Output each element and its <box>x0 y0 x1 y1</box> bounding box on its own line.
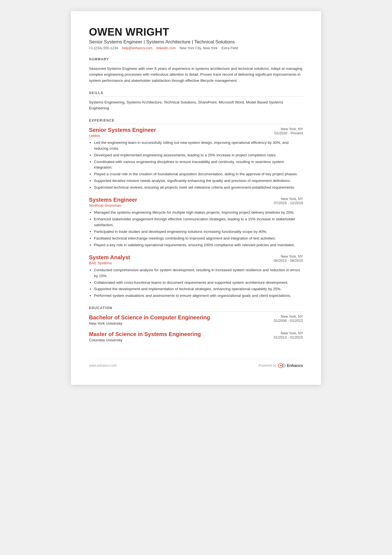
jobs-container: Senior Systems Engineer Leidos New York,… <box>89 127 303 299</box>
footer: www.enhancv.com Powered by Enhancv <box>89 359 303 368</box>
job-bullet: Supervised technical reviews, ensuring a… <box>94 185 303 191</box>
job-title: Senior Systems Engineer <box>89 127 156 133</box>
job-bullet: Participated in trade studies and develo… <box>94 229 303 235</box>
job-bullet: Supported iterative mission needs analys… <box>94 178 303 184</box>
job-bullet: Enhanced stakeholder engagement through … <box>94 216 303 228</box>
contact-email[interactable]: help@enhancv.com <box>122 46 153 50</box>
job-bullet: Conducted comprehensive analysis for sys… <box>94 267 303 279</box>
job-dates: 07/2015 - 12/2019 <box>259 201 303 205</box>
enhancv-brand: Enhancv <box>287 363 303 368</box>
edu-location: New York, NY <box>259 331 303 335</box>
candidate-title: Senior Systems Engineer | Systems Archit… <box>89 39 303 45</box>
candidate-name: OWEN WRIGHT <box>89 26 303 38</box>
job-location-date: New York, NY 01/2020 - Present <box>259 127 303 135</box>
job-location-date: New York, NY 06/2012 - 06/2015 <box>259 254 303 263</box>
edu-location-date: New York, NY 01/2008 - 01/2012 <box>259 314 303 323</box>
job-bullet: Collaborated with cross-functional teams… <box>94 280 303 286</box>
job-bullet: Facilitated technical interchange meetin… <box>94 236 303 241</box>
job-dates: 06/2012 - 06/2015 <box>259 258 303 263</box>
job-company: Northrop Grumman <box>89 203 137 208</box>
edu-school: Columbia University <box>89 338 201 342</box>
job-dates: 01/2020 - Present <box>259 131 303 135</box>
job-bullet: Led the engineering team in successfully… <box>94 140 303 152</box>
contact-info: +1-(234)-555-1234 help@enhancv.com linke… <box>89 46 303 50</box>
edu-title-group: Bachelor of Science in Computer Engineer… <box>89 314 210 325</box>
edu-block: Bachelor of Science in Computer Engineer… <box>89 314 303 325</box>
job-block: System Analyst BAE Systems New York, NY … <box>89 254 303 299</box>
edu-location-date: New York, NY 01/2013 - 01/2015 <box>259 331 303 339</box>
edu-school: New York University <box>89 321 210 325</box>
summary-section-title: SUMMARY <box>89 57 303 63</box>
experience-section: EXPERIENCE Senior Systems Engineer Leido… <box>89 119 303 299</box>
edu-container: Bachelor of Science in Computer Engineer… <box>89 314 303 342</box>
job-company: BAE Systems <box>89 261 130 265</box>
contact-extra: Extra Field <box>221 46 238 50</box>
skills-section: SKILLS Systems Engineering, Systems Arch… <box>89 91 303 111</box>
edu-header: Master of Science in Systems Engineering… <box>89 331 303 342</box>
job-title-group: Senior Systems Engineer Leidos <box>89 127 156 138</box>
edu-dates: 01/2013 - 01/2015 <box>259 335 303 339</box>
edu-degree: Master of Science in Systems Engineering <box>89 331 201 337</box>
powered-by-label: Powered by <box>259 364 276 367</box>
education-section: EDUCATION Bachelor of Science in Compute… <box>89 306 303 342</box>
job-title-group: System Analyst BAE Systems <box>89 254 130 265</box>
job-location: New York, NY <box>259 127 303 131</box>
edu-header: Bachelor of Science in Computer Engineer… <box>89 314 303 325</box>
contact-linkedin[interactable]: linkedin.com <box>156 46 175 50</box>
job-block: Senior Systems Engineer Leidos New York,… <box>89 127 303 191</box>
header: OWEN WRIGHT Senior Systems Engineer | Sy… <box>89 26 303 50</box>
job-header: Senior Systems Engineer Leidos New York,… <box>89 127 303 138</box>
job-bullets-list: Conducted comprehensive analysis for sys… <box>89 267 303 299</box>
enhancv-logo: Enhancv <box>278 363 303 368</box>
footer-url: www.enhancv.com <box>89 364 116 367</box>
job-bullet: Developed and implemented engineering as… <box>94 152 303 158</box>
job-title: System Analyst <box>89 254 130 261</box>
job-title: Systems Engineer <box>89 197 137 203</box>
job-bullet: Supported the development and implementa… <box>94 286 303 292</box>
edu-degree: Bachelor of Science in Computer Engineer… <box>89 314 210 321</box>
summary-text: Seasoned Systems Engineer with over 8 ye… <box>89 66 303 84</box>
edu-dates: 01/2008 - 01/2012 <box>259 319 303 323</box>
experience-section-title: EXPERIENCE <box>89 119 303 124</box>
edu-title-group: Master of Science in Systems Engineering… <box>89 331 201 342</box>
education-section-title: EDUCATION <box>89 306 303 312</box>
job-bullet: Played a crucial role in the creation of… <box>94 171 303 177</box>
job-block: Systems Engineer Northrop Grumman New Yo… <box>89 197 303 248</box>
job-location: New York, NY <box>259 254 303 258</box>
job-bullet: Managed the systems engineering lifecycl… <box>94 210 303 216</box>
job-location: New York, NY <box>259 197 303 201</box>
job-header: Systems Engineer Northrop Grumman New Yo… <box>89 197 303 208</box>
edu-location: New York, NY <box>259 314 303 319</box>
edu-block: Master of Science in Systems Engineering… <box>89 331 303 342</box>
job-bullet: Performed system evaluations and assessm… <box>94 293 303 299</box>
job-bullet: Played a key role in validating operatio… <box>94 242 303 248</box>
summary-section: SUMMARY Seasoned Systems Engineer with o… <box>89 57 303 84</box>
job-header: System Analyst BAE Systems New York, NY … <box>89 254 303 265</box>
job-bullets-list: Managed the systems engineering lifecycl… <box>89 210 303 248</box>
job-company: Leidos <box>89 134 156 138</box>
job-bullets-list: Led the engineering team in successfully… <box>89 140 303 191</box>
job-location-date: New York, NY 07/2015 - 12/2019 <box>259 197 303 205</box>
contact-phone: +1-(234)-555-1234 <box>89 46 118 50</box>
skills-section-title: SKILLS <box>89 91 303 97</box>
footer-powered: Powered by Enhancv <box>259 363 303 368</box>
contact-location: New York City, New York <box>180 46 218 50</box>
job-bullet: Coordinated with various engineering dis… <box>94 159 303 171</box>
job-title-group: Systems Engineer Northrop Grumman <box>89 197 137 208</box>
enhancv-icon <box>278 363 286 368</box>
skills-text: Systems Engineering, Systems Architectur… <box>89 99 303 111</box>
resume-page: OWEN WRIGHT Senior Systems Engineer | Sy… <box>71 11 321 385</box>
